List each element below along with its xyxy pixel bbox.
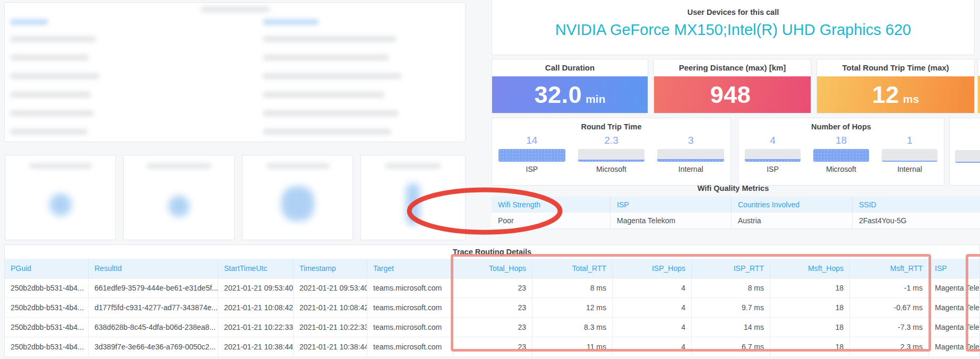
wifi-metrics-title: Wifi Quality Metrics bbox=[492, 184, 975, 192]
gauge-value: 1 bbox=[882, 134, 938, 148]
stat-value: 948 bbox=[710, 81, 751, 109]
gauge-fill bbox=[745, 159, 801, 162]
table-row: 250b2dbb-b531-4b4... 3d389f7e-3e66-4e36-… bbox=[5, 337, 979, 357]
redacted-text-line bbox=[263, 73, 402, 79]
column-header-countries[interactable]: Countries Involved bbox=[732, 197, 853, 213]
gauge-track bbox=[657, 149, 724, 162]
panel-title: Call Duration bbox=[492, 59, 648, 76]
cell: -0.67 ms bbox=[850, 298, 929, 318]
number-of-hops-gauge: Number of Hops 4 ISP 18 Microsoft 1 Inte… bbox=[738, 118, 944, 186]
cell: teams.microsoft.com bbox=[367, 337, 453, 357]
column-header-isp2[interactable]: ISP bbox=[929, 259, 979, 278]
column-header-msft-rtt[interactable]: Msft_RTT bbox=[850, 259, 929, 278]
cell: 2021-01-21 10:22:33 bbox=[294, 318, 367, 337]
cell: Magenta Telekom bbox=[929, 278, 979, 298]
gauge-label: ISP bbox=[498, 165, 565, 173]
column-header-starttimeutc[interactable]: StartTimeUtc bbox=[218, 259, 294, 278]
column-header-msft-hops[interactable]: Msft_Hops bbox=[770, 259, 850, 278]
ssid-value: 2Fast4You-5G bbox=[853, 213, 980, 229]
redacted-panel-title bbox=[201, 6, 270, 12]
call-duration-panel: Call Duration 32.0min bbox=[492, 59, 648, 113]
column-header-ssid[interactable]: SSID bbox=[853, 197, 980, 213]
redacted-text-line bbox=[263, 36, 397, 42]
column-header-timestamp[interactable]: Timestamp bbox=[294, 259, 367, 278]
redacted-stat-panel-1 bbox=[5, 155, 116, 240]
round-trip-time-gauge: Round Trip Time 14 ISP 2.3 Microsoft 3 I… bbox=[492, 118, 731, 186]
redacted-stat-panel-4 bbox=[360, 155, 466, 240]
gauge-track bbox=[745, 149, 801, 162]
gauge-label: Microsoft bbox=[578, 165, 645, 173]
cell: 8 ms bbox=[532, 278, 613, 298]
cell: 2021-01-21 09:53:40 bbox=[294, 278, 367, 298]
cell: 9.7 ms bbox=[692, 298, 770, 318]
wifi-strength-value: Poor bbox=[492, 213, 611, 229]
cell: 11 ms bbox=[532, 337, 613, 357]
redacted-panel-title bbox=[147, 163, 211, 169]
redacted-text-line bbox=[10, 110, 94, 116]
gauge-track bbox=[813, 149, 869, 162]
cell: 2021-01-21 10:08:42 bbox=[218, 298, 294, 318]
gauge-bar-microsoft: 18 Microsoft bbox=[807, 134, 875, 173]
cell: teams.microsoft.com bbox=[367, 298, 453, 318]
column-header-total-rtt[interactable]: Total_RTT bbox=[532, 259, 613, 278]
wifi-table-row: Poor Magenta Telekom Austria 2Fast4You-5… bbox=[492, 213, 980, 229]
table-row: 250b2dbb-b531-4b4... 638d628b-8c45-4dfa-… bbox=[5, 318, 979, 337]
gauge-value: 14 bbox=[498, 134, 565, 148]
cell: 12 ms bbox=[532, 298, 613, 318]
cell: 18 bbox=[770, 278, 850, 298]
user-devices-value: NVIDIA GeForce MX150;Intel(R) UHD Graphi… bbox=[492, 21, 974, 39]
redacted-text-line bbox=[10, 55, 89, 60]
gauge-bar-internal: 3 Internal bbox=[651, 134, 730, 173]
redacted-text-line bbox=[263, 110, 399, 116]
redacted-text-line bbox=[263, 92, 385, 98]
cell: -7.3 ms bbox=[850, 318, 929, 337]
column-header-wifi-strength[interactable]: Wifi Strength bbox=[492, 197, 611, 213]
column-header-pguid[interactable]: PGuid bbox=[5, 259, 89, 278]
cell: Magenta Telekom bbox=[929, 318, 979, 337]
cell: 2.3 ms bbox=[850, 337, 929, 357]
stat-value: 32.0 bbox=[535, 81, 582, 109]
gauge-bar-microsoft: 2.3 Microsoft bbox=[572, 134, 651, 173]
cell: 4 bbox=[613, 318, 692, 337]
cell: 18 bbox=[770, 337, 850, 357]
column-header-isp[interactable]: ISP bbox=[611, 197, 732, 213]
cell: 250b2dbb-b531-4b4... bbox=[5, 278, 89, 298]
redacted-value-icon bbox=[281, 186, 314, 221]
cell: 4 bbox=[613, 337, 692, 357]
gauge-value: 3 bbox=[657, 134, 724, 148]
redacted-text-line bbox=[263, 129, 391, 135]
column-header-isp-hops[interactable]: ISP_Hops bbox=[613, 259, 692, 278]
cell: 23 bbox=[453, 298, 532, 318]
gauge-bar-isp: 4 ISP bbox=[738, 134, 807, 173]
gauge-label: ISP bbox=[745, 165, 801, 173]
cell: 18 bbox=[770, 298, 850, 318]
peering-distance-panel: Peering Distance (max) [km] 948 bbox=[654, 59, 811, 113]
cell: 661edfe9-3579-444e-be61-e31de5f... bbox=[89, 278, 218, 298]
cell: 23 bbox=[453, 278, 532, 298]
redacted-text-line bbox=[10, 36, 96, 42]
cutoff-gauge-panel-sliver bbox=[949, 118, 980, 186]
gauge-bar-internal: 1 Internal bbox=[875, 134, 944, 173]
gauge-fill bbox=[498, 149, 565, 162]
column-header-isp-rtt[interactable]: ISP_RTT bbox=[692, 259, 770, 278]
gauge-fill bbox=[578, 160, 645, 162]
cell: 3d389f7e-3e66-4e36-a769-0050c2... bbox=[89, 337, 218, 357]
redacted-value-icon bbox=[406, 183, 420, 225]
cell: d177f5fd-c931-4277-ad77-343874e... bbox=[89, 298, 218, 318]
gauge-track bbox=[498, 149, 565, 162]
table-row: 250b2dbb-b531-4b4... 661edfe9-3579-444e-… bbox=[5, 278, 979, 298]
panel-title: User Devices for this call bbox=[492, 8, 974, 16]
column-header-total-hops[interactable]: Total_Hops bbox=[453, 259, 532, 278]
dashboard: User Devices for this call NVIDIA GeForc… bbox=[0, 0, 980, 359]
gauge-bar-isp: 14 ISP bbox=[492, 134, 572, 173]
gauge-value: 2.3 bbox=[578, 134, 645, 148]
cell: 2021-01-21 10:38:44 bbox=[294, 337, 367, 357]
panel-title: Round Trip Time bbox=[492, 122, 730, 131]
column-header-target[interactable]: Target bbox=[367, 259, 453, 278]
redacted-panel-title bbox=[29, 163, 92, 169]
redacted-panel-title bbox=[385, 163, 441, 169]
stat-value: 12 bbox=[872, 81, 899, 109]
column-header-resultid[interactable]: ResultId bbox=[89, 259, 218, 278]
redacted-stat-panel-3 bbox=[242, 155, 353, 240]
gauge-fill bbox=[657, 159, 724, 162]
